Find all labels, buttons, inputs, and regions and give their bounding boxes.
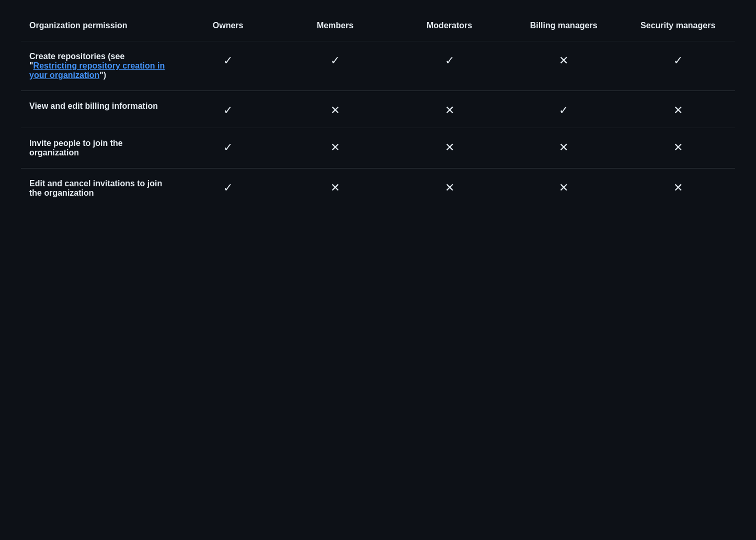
edit-cancel-moderators: ✕ xyxy=(392,168,507,209)
table-row: Create repositories (see "Restricting re… xyxy=(21,41,735,91)
invite-billing: ✕ xyxy=(507,128,621,168)
header-members: Members xyxy=(278,10,393,41)
header-permission: Organization permission xyxy=(21,10,178,41)
header-billing-managers: Billing managers xyxy=(507,10,621,41)
create-repos-billing: ✕ xyxy=(507,41,621,91)
permissions-table: Organization permission Owners Members M… xyxy=(21,10,735,208)
table-row: View and edit billing information ✓ ✕ ✕ … xyxy=(21,91,735,128)
header-security-managers: Security managers xyxy=(621,10,735,41)
invite-members: ✕ xyxy=(278,128,393,168)
invite-owners: ✓ xyxy=(178,128,278,168)
edit-cancel-billing: ✕ xyxy=(507,168,621,209)
create-repos-moderators: ✓ xyxy=(392,41,507,91)
permission-invite-people: Invite people to join the organization xyxy=(21,128,178,168)
permission-view-edit-billing: View and edit billing information xyxy=(21,91,178,128)
permission-text-suffix: ") xyxy=(99,71,106,80)
create-repos-security: ✓ xyxy=(621,41,735,91)
billing-info-members: ✕ xyxy=(278,91,393,128)
permission-create-repositories: Create repositories (see "Restricting re… xyxy=(21,41,178,91)
header-owners: Owners xyxy=(178,10,278,41)
table-row: Invite people to join the organization ✓… xyxy=(21,128,735,168)
edit-cancel-owners: ✓ xyxy=(178,168,278,209)
create-repos-members: ✓ xyxy=(278,41,393,91)
billing-info-owners: ✓ xyxy=(178,91,278,128)
table-row: Edit and cancel invitations to join the … xyxy=(21,168,735,209)
edit-cancel-security: ✕ xyxy=(621,168,735,209)
billing-info-moderators: ✕ xyxy=(392,91,507,128)
create-repos-owners: ✓ xyxy=(178,41,278,91)
billing-info-security: ✕ xyxy=(621,91,735,128)
restricting-repo-link[interactable]: Restricting repository creation in your … xyxy=(29,61,165,80)
table-header-row: Organization permission Owners Members M… xyxy=(21,10,735,41)
header-moderators: Moderators xyxy=(392,10,507,41)
invite-security: ✕ xyxy=(621,128,735,168)
invite-moderators: ✕ xyxy=(392,128,507,168)
edit-cancel-members: ✕ xyxy=(278,168,393,209)
billing-info-billing: ✓ xyxy=(507,91,621,128)
permission-edit-cancel-invitations: Edit and cancel invitations to join the … xyxy=(21,168,178,209)
